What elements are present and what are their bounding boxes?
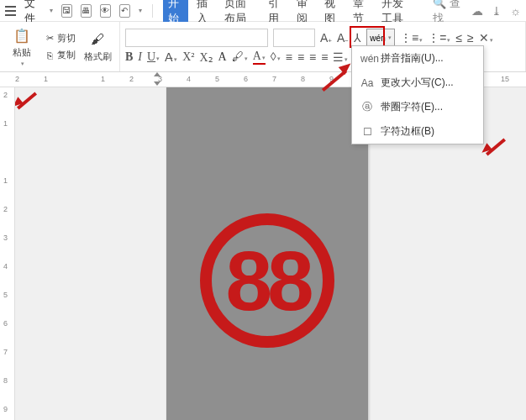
ruler-tick: 2 [15,75,19,83]
clear-format-button[interactable]: ⅄ [354,31,361,45]
copy-label: 复制 [57,49,76,61]
text-color-button[interactable]: A▾ [253,50,266,65]
paste-label: 粘贴 [13,46,31,59]
menubar: 文件 ▾ 🖫 🖶 👁 ↶ ▾ 开始 插入 页面布局 引用 审阅 视图 章节 开发… [0,0,526,22]
ruler-tick: 1 [3,176,8,185]
clipboard-group: 📋 粘贴▾ ✂剪切 ⎘复制 🖌 格式刷 [0,22,120,71]
font-family-select[interactable] [125,29,268,47]
arrow-down-icon[interactable]: ⤓ [492,4,502,18]
spacing-button[interactable]: ✕▾ [479,31,493,45]
cut-button[interactable]: ✂剪切 [42,31,77,45]
menu-item-enclosed-char[interactable]: ⓐ 带圈字符(E)... [352,95,483,119]
menu-item-pinyin-guide[interactable]: wén 拼音指南(U)... [352,46,483,71]
ruler-tick: 1 [44,75,48,83]
chevron-down-icon: ▾ [388,34,392,41]
hamburger-icon[interactable] [5,6,16,16]
file-caret-icon: ▾ [50,7,53,14]
clipboard-icon: 📋 [13,26,31,45]
char-icon: wén [370,34,385,43]
ruler-tick: 6 [244,75,248,83]
page: 88 [166,87,368,420]
ruler-tick: 4 [3,262,8,270]
font-size-select[interactable] [273,29,315,47]
sun-icon[interactable]: ☼ [510,4,521,18]
ruler-tick: 1 [3,119,8,128]
ruler-tick: 15 [501,75,509,83]
vertical-ruler[interactable]: 2112345678910 [0,87,15,420]
ruler-tick: 8 [3,376,8,385]
pinyin-icon: wén [360,53,374,65]
ruler-tick: 7 [272,75,276,83]
highlight-button[interactable]: 🖋▾ [232,50,248,64]
phonetic-guide-dropdown-button[interactable]: wén▾ [366,29,395,47]
enclosed-icon: ⓐ [360,100,374,114]
align-left-button[interactable]: ≡ [286,50,292,64]
decrease-font-button[interactable]: A− [337,31,349,45]
titlebar-right-icons: ☁ ⤓ ☼ [471,4,521,18]
ruler-tick: 1 [101,75,105,83]
border-icon: ☐ [360,126,374,138]
scissors-icon: ✂ [44,33,55,45]
ruler-tick: 3 [3,234,8,242]
paste-button[interactable]: 📋 粘贴▾ [5,26,39,67]
format-painter-label: 格式刷 [84,50,112,63]
italic-button[interactable]: I [138,50,142,64]
menu-item-char-border[interactable]: ☐ 字符边框(B) [352,119,483,144]
bullets-button[interactable]: ⋮≡▾ [400,31,423,45]
menu-item-label: 带圈字符(E)... [381,100,443,114]
ruler-tick: 6 [3,319,8,328]
font-color-button[interactable]: A [218,50,227,64]
annotation-arrow-1 [318,62,351,96]
ruler-tick: 4 [187,75,191,83]
ruler-tick: 2 [3,91,8,99]
superscript-button[interactable]: X² [182,50,194,64]
numbering-button[interactable]: ⋮=▾ [428,31,450,45]
menu-separator [152,4,153,18]
undo-icon[interactable]: ↶ [119,4,130,18]
enclosing-circle: 88 [200,213,334,348]
strikethrough-button[interactable]: A̵▾ [165,50,177,65]
ruler-tick: 5 [3,291,8,299]
ruler-tick: 9 [3,405,8,413]
increase-font-button[interactable]: A+ [320,31,332,45]
subscript-button[interactable]: X₂ [199,50,213,65]
bold-button[interactable]: B [125,50,133,64]
ruler-tick: 2 [129,75,134,83]
brush-icon: 🖌 [88,30,107,49]
shading-button[interactable]: ◊▾ [271,50,281,64]
ruler-tick: 7 [3,348,8,356]
ruler-tick: 8 [301,75,305,83]
copy-icon: ⎘ [44,50,55,61]
menu-item-label: 拼音指南(U)... [381,51,444,66]
annotation-arrow-3 [15,87,40,113]
format-painter-button[interactable]: 🖌 格式刷 [81,30,114,63]
preview-icon[interactable]: 👁 [100,4,111,18]
save-icon[interactable]: 🖫 [61,4,72,18]
ruler-tick: 5 [215,75,219,83]
annotation-arrow-2 [484,134,509,159]
decrease-indent-button[interactable]: ≤ [455,31,462,45]
case-icon: Aa [360,77,374,89]
underline-button[interactable]: U▾ [147,50,160,64]
print-icon[interactable]: 🖶 [81,4,92,18]
menu-item-label: 更改大小写(C)... [381,76,454,90]
increase-indent-button[interactable]: ≥ [467,31,474,45]
phonetic-dropdown-menu: wén 拼音指南(U)... Aa 更改大小写(C)... ⓐ 带圈字符(E).… [351,45,484,144]
copy-button[interactable]: ⎘复制 [42,48,77,62]
align-right-button[interactable]: ≡ [309,50,316,64]
align-center-button[interactable]: ≡ [297,50,304,64]
search-label: 查找 [433,0,460,24]
ruler-tick: 3 [158,75,162,83]
cloud-icon[interactable]: ☁ [471,4,483,18]
undo-caret-icon: ▾ [139,7,142,14]
menu-item-label: 字符边框(B) [381,124,434,139]
menu-item-change-case[interactable]: Aa 更改大小写(C)... [352,71,483,95]
cut-label: 剪切 [57,32,76,45]
enclosed-character: 88 [200,213,334,348]
ruler-tick: 2 [3,205,8,213]
enclosed-text: 88 [225,239,308,323]
